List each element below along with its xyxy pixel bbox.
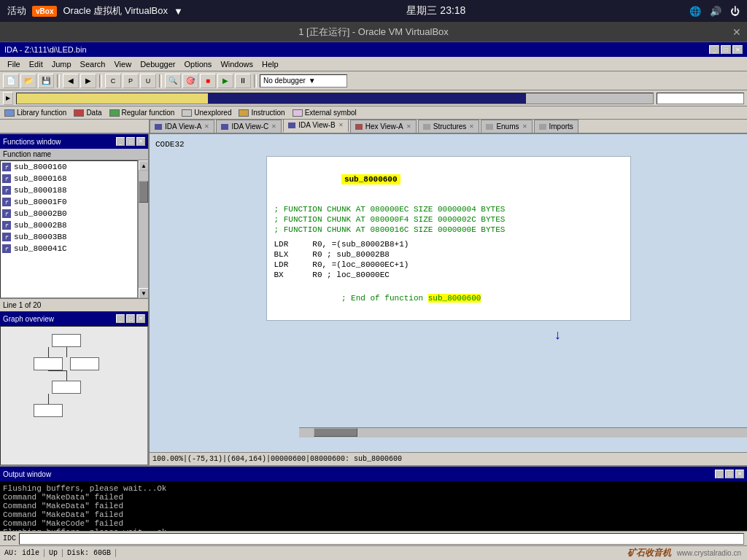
menu-jump[interactable]: Jump <box>47 59 76 69</box>
tab-enums[interactable]: Enums ✕ <box>481 120 532 133</box>
tab-ida-view-c[interactable]: IDA View-C ✕ <box>216 120 282 133</box>
tab-close-struct[interactable]: ✕ <box>469 123 474 130</box>
menu-edit[interactable]: Edit <box>25 59 47 69</box>
toolbar-open-button[interactable]: 📂 <box>20 74 36 88</box>
code-scrollbar-h[interactable] <box>299 427 747 438</box>
tab-close-a[interactable]: ✕ <box>204 123 209 130</box>
menu-help[interactable]: Help <box>258 59 283 69</box>
tab-imports[interactable]: Imports <box>534 120 578 133</box>
tab-label-hex: Hex View-A <box>365 122 403 131</box>
toolbar-copy-button[interactable]: C <box>105 74 121 88</box>
menu-windows[interactable]: Windows <box>216 59 258 69</box>
navbar-search-input[interactable] <box>657 93 744 104</box>
status-disk: Disk: 60GB <box>63 549 116 557</box>
tab-icon-b <box>288 122 295 128</box>
code-instr-2: LDR R0, =(loc_80000EC+1) <box>274 260 623 269</box>
func-item-3[interactable]: f sub_80001F0 <box>1 196 137 208</box>
legend-regular-color <box>109 109 120 117</box>
func-win-btn2[interactable]: □ <box>126 137 135 146</box>
os-datetime: 星期三 23:18 <box>406 4 465 18</box>
func-win-btn1[interactable]: _ <box>116 137 125 146</box>
toolbar-goto-button[interactable]: 🎯 <box>182 74 198 88</box>
volume-icon[interactable]: 🔊 <box>710 6 721 17</box>
func-item-6[interactable]: f sub_80003B8 <box>1 231 137 243</box>
debugger-dropdown-label: No debugger <box>263 77 306 85</box>
scrollbar-down-arrow[interactable]: ▼ <box>139 288 148 298</box>
app-name-label[interactable]: Oracle 虚拟机 VirtualBox <box>63 4 168 18</box>
tab-close-enums[interactable]: ✕ <box>522 123 527 130</box>
activities-label[interactable]: 活动 <box>7 4 26 18</box>
graph-overview-title: Graph overview <box>3 315 54 323</box>
graph-min-btn[interactable]: _ <box>116 314 125 323</box>
tab-close-hex[interactable]: ✕ <box>406 123 411 130</box>
dropdown-arrow-icon[interactable]: ▼ <box>174 6 183 17</box>
output-max-btn[interactable]: □ <box>725 470 734 478</box>
network-icon[interactable]: 🌐 <box>689 6 701 17</box>
tab-structures[interactable]: Structures ✕ <box>418 120 480 133</box>
vbox-close-button[interactable]: ✕ <box>732 26 741 38</box>
func-item-4[interactable]: f sub_80002B0 <box>1 208 137 219</box>
menu-options[interactable]: Options <box>179 59 216 69</box>
toolbar-undo-button[interactable]: U <box>140 74 156 88</box>
functions-status-text: Line 1 of 20 <box>3 301 41 309</box>
func-item-7[interactable]: f sub_800041C <box>1 243 137 254</box>
func-item-0[interactable]: f sub_8000160 <box>1 161 137 173</box>
menu-search[interactable]: Search <box>76 59 110 69</box>
output-close-btn[interactable]: ✕ <box>735 470 744 478</box>
menu-debugger[interactable]: Debugger <box>136 59 179 69</box>
tab-hex-view-a[interactable]: Hex View-A ✕ <box>350 120 417 133</box>
code-view[interactable]: CODE32 sub_8000600 ; FUNCTION CHUNK AT 0… <box>150 134 747 452</box>
power-icon[interactable]: ⏻ <box>730 6 740 17</box>
graph-close-btn[interactable]: ✕ <box>136 314 145 323</box>
graph-line-3 <box>48 370 67 371</box>
ida-maximize-button[interactable]: □ <box>721 45 731 54</box>
graph-line-2 <box>48 347 49 357</box>
output-min-btn[interactable]: _ <box>715 470 724 478</box>
toolbar-save-button[interactable]: 💾 <box>38 74 54 88</box>
menu-view[interactable]: View <box>109 59 136 69</box>
graph-line-4 <box>66 370 67 381</box>
ida-status-bar: 100.00%|(-75,31)|(604,164)|00000600|0800… <box>150 452 747 465</box>
toolbar-pause-button[interactable]: ⏸ <box>235 74 251 88</box>
func-item-2[interactable]: f sub_8000188 <box>1 184 137 196</box>
functions-list[interactable]: f sub_8000160 f sub_8000168 f sub_800018… <box>0 160 138 298</box>
code-comment-0: ; FUNCTION CHUNK AT 080000EC SIZE 000000… <box>274 205 623 214</box>
graph-max-btn[interactable]: □ <box>126 314 135 323</box>
func-win-close[interactable]: ✕ <box>136 137 145 146</box>
debugger-dropdown-arrow: ▼ <box>309 77 316 85</box>
tab-ida-view-a[interactable]: IDA View-A ✕ <box>150 120 214 133</box>
toolbar-paste-button[interactable]: P <box>123 74 139 88</box>
tab-close-b[interactable]: ✕ <box>338 122 344 128</box>
toolbar-back-button[interactable]: ◀ <box>63 74 79 88</box>
func-name-3: sub_80001F0 <box>14 198 67 206</box>
toolbar-sep-3 <box>159 74 162 88</box>
toolbar-fwd-button[interactable]: ▶ <box>80 74 96 88</box>
debugger-dropdown[interactable]: No debugger ▼ <box>260 74 347 88</box>
scrollbar-up-arrow[interactable]: ▲ <box>139 160 148 171</box>
func-name-5: sub_80002B8 <box>14 221 67 230</box>
ida-titlebar-buttons: _ □ ✕ <box>709 45 743 54</box>
graph-overview[interactable] <box>0 326 148 465</box>
menu-file[interactable]: File <box>3 59 25 69</box>
legend-external-color <box>293 109 303 117</box>
toolbar-play-button[interactable]: ▶ <box>217 74 233 88</box>
output-panel: Output window _ □ ✕ Flushing buffers, pl… <box>0 465 747 560</box>
toolbar-search-button[interactable]: 🔍 <box>165 74 181 88</box>
toolbar-stop-button[interactable]: ■ <box>200 74 216 88</box>
output-input-field[interactable] <box>19 533 744 545</box>
functions-scrollbar[interactable]: ▲ ▼ <box>138 160 148 298</box>
scrollbar-thumb[interactable] <box>139 181 148 203</box>
tab-close-c[interactable]: ✕ <box>271 123 276 130</box>
tab-icon-struct <box>423 124 430 130</box>
toolbar-new-button[interactable]: 📄 <box>3 74 19 88</box>
func-name-1: sub_8000168 <box>14 174 67 183</box>
ida-status-text: 100.00%|(-75,31)|(604,164)|00000600|0800… <box>152 455 402 463</box>
func-item-5[interactable]: f sub_80002B8 <box>1 219 137 231</box>
ida-close-button[interactable]: ✕ <box>732 45 743 54</box>
ida-navbar: ▶ <box>0 90 747 106</box>
ida-progress-bar <box>16 93 654 104</box>
func-item-1[interactable]: f sub_8000168 <box>1 173 137 184</box>
ida-minimize-button[interactable]: _ <box>709 45 719 54</box>
tab-ida-view-b[interactable]: IDA View-B ✕ <box>283 120 348 133</box>
code-scrollbar-h-thumb[interactable] <box>314 428 357 437</box>
